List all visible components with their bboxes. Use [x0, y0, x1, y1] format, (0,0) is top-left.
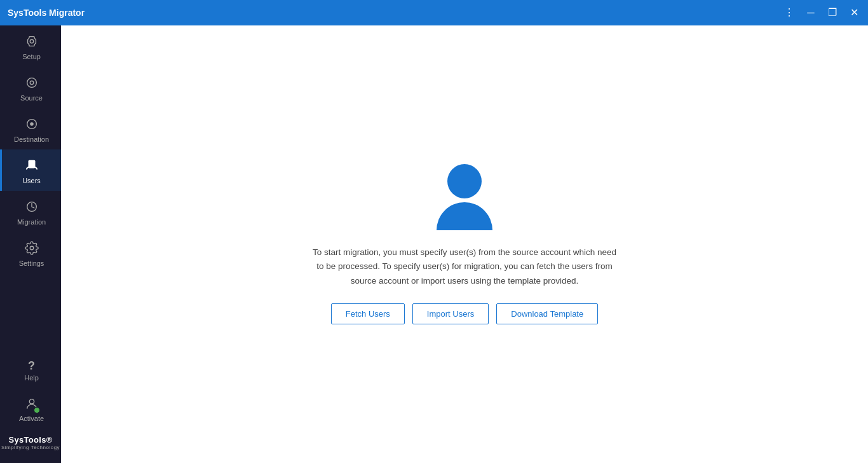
sidebar-item-setup[interactable]: Setup	[0, 25, 61, 67]
sidebar-item-activate[interactable]: Activate	[0, 388, 61, 429]
sidebar-label-settings: Settings	[19, 259, 44, 267]
avatar-body	[437, 202, 492, 230]
svg-point-2	[30, 81, 34, 85]
help-icon: ?	[28, 360, 35, 371]
app-title: SysTools Migrator	[8, 8, 783, 18]
sidebar-label-help: Help	[24, 374, 39, 382]
source-icon	[25, 76, 39, 92]
migration-icon	[25, 200, 39, 216]
activate-icon-wrapper	[25, 397, 39, 412]
sidebar-item-help[interactable]: ? Help	[0, 351, 61, 388]
setup-icon	[25, 34, 39, 50]
avatar-head	[447, 164, 482, 198]
svg-point-4	[30, 122, 34, 126]
app-body: Setup Source Destination	[0, 25, 868, 463]
sidebar-label-source: Source	[20, 94, 43, 102]
svg-point-8	[30, 246, 34, 250]
brand-sub: Simplifying Technology	[1, 445, 60, 450]
active-status-dot	[34, 407, 40, 413]
sidebar-item-destination[interactable]: Destination	[0, 108, 61, 149]
settings-icon	[25, 241, 39, 257]
destination-icon	[25, 117, 39, 133]
sidebar: Setup Source Destination	[0, 25, 61, 463]
user-avatar-illustration	[437, 164, 492, 230]
description-text: To start migration, you must specify use…	[312, 245, 617, 288]
main-content: To start migration, you must specify use…	[61, 25, 868, 463]
sidebar-label-migration: Migration	[17, 218, 46, 226]
maximize-button[interactable]: ❐	[826, 8, 839, 18]
download-template-button[interactable]: Download Template	[496, 303, 598, 324]
sidebar-item-settings[interactable]: Settings	[0, 232, 61, 273]
fetch-users-button[interactable]: Fetch Users	[331, 303, 405, 324]
sidebar-item-source[interactable]: Source	[0, 67, 61, 108]
menu-button[interactable]: ⋮	[783, 8, 796, 18]
window-controls: ⋮ ─ ❐ ✕	[783, 8, 860, 18]
sidebar-item-migration[interactable]: Migration	[0, 191, 61, 232]
svg-point-6	[29, 162, 34, 166]
sidebar-bottom: ? Help Activate SysTools® Simplifying Te…	[0, 351, 61, 463]
users-icon	[25, 158, 39, 174]
minimize-button[interactable]: ─	[804, 8, 817, 18]
sidebar-label-setup: Setup	[22, 53, 41, 60]
svg-point-0	[30, 39, 34, 43]
sidebar-label-users: Users	[22, 177, 41, 184]
sidebar-label-activate: Activate	[19, 415, 44, 422]
users-empty-state: To start migration, you must specify use…	[312, 164, 617, 324]
sidebar-item-users[interactable]: Users	[0, 149, 61, 191]
sidebar-label-destination: Destination	[14, 135, 49, 143]
action-buttons: Fetch Users Import Users Download Templa…	[331, 303, 598, 324]
svg-point-9	[29, 399, 34, 404]
brand-name: SysTools®	[1, 435, 60, 445]
brand-logo: SysTools® Simplifying Technology	[1, 429, 60, 458]
close-button[interactable]: ✕	[848, 8, 860, 18]
titlebar: SysTools Migrator ⋮ ─ ❐ ✕	[0, 0, 868, 25]
svg-point-1	[27, 78, 36, 88]
import-users-button[interactable]: Import Users	[412, 303, 489, 324]
